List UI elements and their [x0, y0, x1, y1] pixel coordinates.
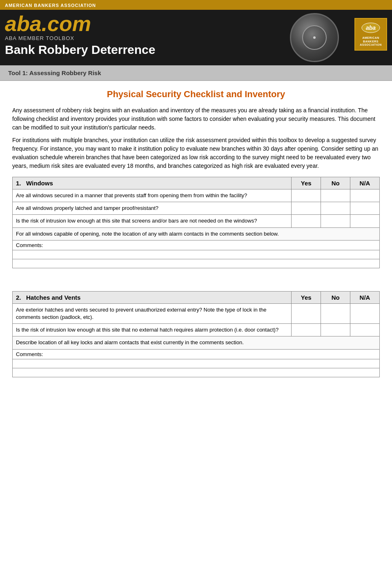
- answer-2-2-yes[interactable]: [292, 324, 321, 336]
- aba-badge-logo: aba: [361, 22, 381, 36]
- comments-label-row-1: Comments:: [13, 240, 380, 250]
- answer-2-2-na[interactable]: [350, 324, 380, 336]
- table-row: Is the risk of intrusion low enough at t…: [13, 215, 380, 227]
- question-2-2: Is the risk of intrusion low enough at t…: [13, 324, 292, 336]
- section-1-title: 1. Windows: [13, 177, 292, 189]
- safe-circle: [290, 13, 339, 62]
- col-na-header-1: N/A: [350, 177, 380, 189]
- tool-bar: Tool 1: Assessing Robbery Risk: [0, 65, 392, 81]
- safe-illustration: [290, 13, 343, 65]
- section-2-title: 2. Hatches and Vents: [13, 291, 292, 303]
- section-2-note: Describe location of all key locks and a…: [13, 336, 380, 349]
- answer-1-2-no[interactable]: [321, 202, 350, 215]
- svg-text:aba: aba: [366, 25, 376, 31]
- col-no-header-1: No: [321, 177, 350, 189]
- safe-dial: [302, 25, 327, 50]
- section-1-header-row: 1. Windows Yes No N/A: [13, 177, 380, 189]
- intro-paragraph-1: Any assessment of robbery risk begins wi…: [12, 106, 380, 132]
- comments-area-2a[interactable]: [13, 359, 380, 368]
- note-row-1: For all windows capable of opening, note…: [13, 227, 380, 240]
- table-row: [13, 259, 380, 268]
- section-1-table: 1. Windows Yes No N/A Are all windows se…: [12, 177, 380, 268]
- table-row: [13, 368, 380, 377]
- answer-1-3-yes[interactable]: [292, 215, 321, 227]
- aba-badge-text: AMERICAN BANKERS ASSOCIATION: [360, 36, 382, 47]
- section-1-comments-label: Comments:: [13, 240, 380, 250]
- section-2-table: 2. Hatches and Vents Yes No N/A Are exte…: [12, 291, 380, 377]
- col-na-header-2: N/A: [350, 291, 380, 303]
- section-1-note: For all windows capable of opening, note…: [13, 227, 380, 240]
- question-1-2: Are all windows properly latched and tam…: [13, 202, 292, 215]
- table-row: Are all windows properly latched and tam…: [13, 202, 380, 215]
- answer-1-2-yes[interactable]: [292, 202, 321, 215]
- answer-1-3-na[interactable]: [350, 215, 380, 227]
- note-row-2: Describe location of all key locks and a…: [13, 336, 380, 349]
- table-row: Is the risk of intrusion low enough at t…: [13, 324, 380, 336]
- section-2-header-row: 2. Hatches and Vents Yes No N/A: [13, 291, 380, 303]
- answer-2-1-yes[interactable]: [292, 303, 321, 323]
- intro-paragraph-2: For institutions with multiple branches,…: [12, 136, 380, 170]
- answer-2-1-no[interactable]: [321, 303, 350, 323]
- col-no-header-2: No: [321, 291, 350, 303]
- question-2-1: Are exterior hatches and vents secured t…: [13, 303, 292, 323]
- section-2-comments-label: Comments:: [13, 349, 380, 359]
- answer-2-1-na[interactable]: [350, 303, 380, 323]
- table-row: Are all windows secured in a manner that…: [13, 189, 380, 202]
- answer-1-1-no[interactable]: [321, 189, 350, 202]
- table-row: [13, 359, 380, 368]
- answer-1-3-no[interactable]: [321, 215, 350, 227]
- header-content: aba.com ABA MEMBER TOOLBOX Bank Robbery …: [0, 10, 392, 60]
- col-yes-header-2: Yes: [292, 291, 321, 303]
- aba-badge: aba AMERICAN BANKERS ASSOCIATION: [354, 18, 387, 51]
- main-content: Physical Security Checklist and Inventor…: [0, 81, 392, 394]
- answer-1-1-yes[interactable]: [292, 189, 321, 202]
- header-top-bar: AMERICAN BANKERS ASSOCIATION: [0, 0, 392, 10]
- comments-label-row-2: Comments:: [13, 349, 380, 359]
- answer-1-1-na[interactable]: [350, 189, 380, 202]
- question-1-1: Are all windows secured in a manner that…: [13, 189, 292, 202]
- table-row: Are exterior hatches and vents secured t…: [13, 303, 380, 323]
- table-row: [13, 250, 380, 259]
- answer-1-2-na[interactable]: [350, 202, 380, 215]
- tool-bar-label: Tool 1: Assessing Robbery Risk: [8, 69, 101, 76]
- page-title: Physical Security Checklist and Inventor…: [12, 89, 380, 100]
- section-spacer: [12, 276, 380, 285]
- comments-area-1a[interactable]: [13, 250, 380, 259]
- header: AMERICAN BANKERS ASSOCIATION aba.com ABA…: [0, 0, 392, 65]
- comments-area-1b[interactable]: [13, 259, 380, 268]
- association-name: AMERICAN BANKERS ASSOCIATION: [5, 3, 96, 8]
- answer-2-2-no[interactable]: [321, 324, 350, 336]
- question-1-3: Is the risk of intrusion low enough at t…: [13, 215, 292, 227]
- col-yes-header-1: Yes: [292, 177, 321, 189]
- comments-area-2b[interactable]: [13, 368, 380, 377]
